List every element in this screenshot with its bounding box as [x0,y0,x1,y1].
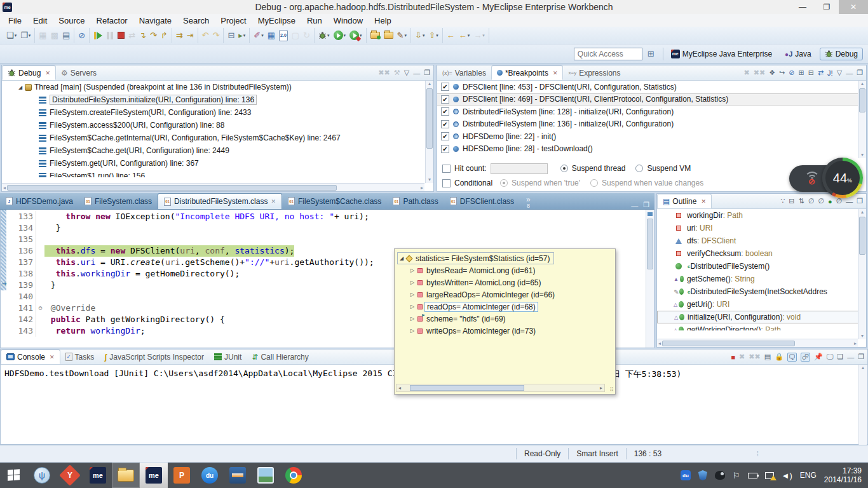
disconnect-button[interactable]: ⇄ [127,30,137,41]
export-button[interactable]: ⇧▾ [427,30,439,41]
skip-all-breakpoints-button[interactable]: ⊘ [77,30,86,41]
editor-maximize-icon[interactable]: ❐ [643,201,649,209]
language-indicator[interactable]: ENG [800,471,817,480]
dropdown-arrow-icon[interactable]: ▾ [468,33,470,38]
stack-frame[interactable]: FileSystem$Cache.get(URI, Configuration)… [2,144,433,157]
link-with-debug-view-icon[interactable]: ⇄ [818,69,824,77]
breakpoint-row[interactable]: ✔DFSClient [line: 469] - DFSClient(URI, … [437,93,866,106]
remove-all-launches-icon[interactable]: ✖✖ [749,353,760,361]
expander-icon[interactable]: ▷ [409,316,416,322]
debug-vscrollbar[interactable]: ▴▾ [425,81,433,183]
code-line[interactable]: 134 } [6,222,646,234]
expander-icon[interactable]: ▷ [409,328,416,334]
popup-hscrollbar[interactable]: ◂▸ [396,384,605,392]
back-history-button[interactable]: ←▾ [458,30,471,41]
start-taskbar-icon[interactable] [0,463,28,488]
outline-item[interactable]: ▲getScheme() : String [657,273,866,285]
show-stdout-toggle-icon[interactable]: 🗨 [787,353,797,362]
dropdown-arrow-icon[interactable]: ▾ [360,33,362,38]
scroll-lock-icon[interactable]: 🔒 [775,353,783,361]
redo-button[interactable]: ↷ [211,30,220,41]
expand-all-icon[interactable]: ⊞ [798,69,804,77]
skip-all-breakpoints-icon[interactable]: ⊘ [789,69,794,77]
stack-frame[interactable]: DistributedFileSystem.initialize(URI, Co… [2,93,433,106]
action-center-flag-icon[interactable]: ⚐ [733,471,740,480]
editor-tab-dfsclientclass[interactable]: 01DFSClient.class [444,193,520,209]
variable-row[interactable]: ▷readOps= AtomicInteger (id=68) [397,301,613,313]
clear-console-icon[interactable]: ▤ [764,353,771,361]
stack-frame[interactable]: FileSystem.createFileSystem(URI, Configu… [2,106,433,119]
volume-icon[interactable]: ◄) [782,471,792,480]
menu-refactor[interactable]: Refactor [91,16,133,25]
run-launch-button[interactable]: ▾ [332,30,348,41]
menu-navigate[interactable]: Navigate [133,16,177,25]
menu-edit[interactable]: Edit [27,16,53,25]
menu-file[interactable]: File [3,16,27,25]
editor-vscrollbar[interactable] [646,210,654,348]
goto-file-icon[interactable]: ↪ [779,69,785,77]
tab-breakpoints[interactable]: *Breakpoints✕ [491,65,564,80]
remove-all-icon[interactable]: ✖✖ [754,69,765,77]
sort-icon[interactable]: ⇅ [798,197,804,205]
tab-console[interactable]: Console✕ [1,349,60,364]
debug-hscrollbar[interactable]: ◂▸ [2,183,424,191]
hit-count-checkbox[interactable] [442,165,451,173]
outline-item[interactable]: cDistributedFileSystem() [657,260,866,273]
view-menu-icon[interactable]: ▽ [837,69,842,77]
breakpoint-row[interactable]: ✔DFSClient [line: 453] - DFSClient(URI, … [437,81,866,93]
import-button[interactable]: ⇩▾ [414,30,426,41]
baidu-du-tray-icon[interactable]: du [681,470,691,480]
powerdesigner-taskbar-icon[interactable]: P [168,463,196,488]
collapse-all-icon[interactable]: ⊟ [789,197,794,205]
show-breakpoint-types-icon[interactable]: ❖ [769,69,775,77]
conditional-checkbox[interactable] [442,179,451,187]
minimize-icon[interactable]: — [413,69,420,77]
close-tab-icon[interactable]: ✕ [50,354,55,360]
myeclipse-window-taskbar-icon[interactable]: me [140,463,168,488]
expander-icon[interactable]: ◢ [398,255,405,261]
hide-fields-icon[interactable]: ∅ [808,197,815,205]
breakpoints-vscrollbar[interactable]: ▴▾ [858,81,866,158]
terminate-icon[interactable]: ■ [731,353,735,361]
breakpoint-checkbox[interactable]: ✔ [441,107,449,116]
new-web-element-button[interactable]: ✎▾ [396,30,408,41]
security-shield-icon[interactable] [698,470,707,480]
tab-servers[interactable]: ⚙Servers [56,65,102,80]
myeclipse-palette-button[interactable]: ✐▾ [252,30,264,41]
dropdown-arrow-icon[interactable]: ▾ [482,33,485,38]
close-button[interactable]: ✕ [839,0,868,14]
focus-icon[interactable]: ∵ [780,197,785,205]
open-console-icon[interactable]: ❏ [837,353,843,361]
variable-row[interactable]: ▷writeOps= AtomicInteger (id=73) [397,325,613,337]
explorer-taskbar-icon[interactable] [112,463,140,488]
step-over-button[interactable]: ↷ [149,30,158,41]
stack-frame[interactable]: FileSystem$1.run() line: 156 [2,170,433,177]
editor-tab-filesystemclass[interactable]: 01FileSystem.class [79,193,158,209]
outline-hscrollbar[interactable]: ◂▸ [657,339,858,347]
quick-access-input[interactable] [574,48,642,60]
myeclipse-pinned-taskbar-icon[interactable]: me [84,463,112,488]
stack-frame[interactable]: FileSystem$Cache.getInternal(URI, Config… [2,132,433,144]
dropdown-arrow-icon[interactable]: ▾ [344,33,346,38]
editor-tab-pathclass[interactable]: 01Path.class [387,193,444,209]
dropdown-arrow-icon[interactable]: ▾ [327,33,330,38]
run-to-line-button[interactable]: ⇥ [186,30,195,41]
editor-tab-hdfsdemojava[interactable]: JHDFSDemo.java [0,193,79,209]
popup-resize-grip[interactable]: ⠿ [609,386,614,393]
variable-row[interactable]: ▷largeReadOps= AtomicInteger (id=66) [397,288,613,301]
menu-run[interactable]: Run [301,16,328,25]
step-into-button[interactable]: ↴ [138,30,147,41]
network-warning-icon[interactable] [765,472,774,479]
open-file-button[interactable]: ▢ [290,30,301,41]
fold-marker-icon[interactable]: ⊖ [36,302,44,314]
perspective-myeclipse[interactable]: meMyEclipse Java Enterprise [667,48,776,60]
outline-item[interactable]: △initialize(URI, Configuration) : void [657,311,866,323]
add-java-exception-breakpoint-icon[interactable]: J! [827,69,833,77]
remove-launch-icon[interactable]: ✖ [739,353,745,361]
suspend-button[interactable] [105,31,115,40]
close-tab-icon[interactable]: ✕ [45,70,50,76]
tab-javascriptscriptsinspector[interactable]: ʃJavaScript Scripts Inspector [99,349,209,364]
run-external-tool-button[interactable]: ▸▾ [237,30,247,41]
collapse-all-icon[interactable]: ⊟ [808,69,814,77]
chrome-taskbar-icon[interactable] [280,463,308,488]
